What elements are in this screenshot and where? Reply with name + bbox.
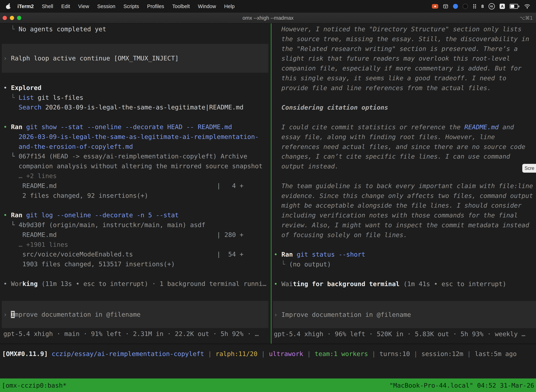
terminal-line: essay file, along with finding root file… xyxy=(272,132,536,142)
terminal-line xyxy=(272,112,536,122)
terminal-line: companion analysis without altering the … xyxy=(0,161,271,171)
screen-share-button[interactable]: Scre xyxy=(522,164,536,173)
dark-app-icon[interactable] xyxy=(463,4,468,9)
ralph-loop-banner: › Ralph loop active continue [OMX_TMUX_I… xyxy=(2,44,268,73)
menu-item-edit[interactable]: Edit xyxy=(57,0,74,13)
terminal-line: the source tree, missing the essay. Stil… xyxy=(272,34,536,44)
menubar-status-icons: 8 61 A xyxy=(432,3,531,9)
menu-bar: iTerm2ShellEditViewSessionScriptsProfile… xyxy=(0,0,536,13)
text-segment: | xyxy=(261,350,269,357)
terminal-line: provide file and line references from th… xyxy=(272,83,536,93)
terminal-line xyxy=(272,93,536,103)
text-segment: gpt-5.4 xhigh · 96% left · 520K in · 5.8… xyxy=(274,330,525,338)
text-segment: • xyxy=(3,123,11,131)
apple-menu-icon[interactable] xyxy=(6,4,11,9)
text-segment: • xyxy=(274,280,281,288)
text-segment: › xyxy=(3,311,11,318)
text-segment: Ran xyxy=(11,211,22,219)
right-status-line: gpt-5.4 xhigh · 96% left · 520K in · 5.8… xyxy=(272,329,536,339)
menu-item-window[interactable]: Window xyxy=(194,0,220,13)
input-source-label: A xyxy=(501,4,503,9)
left-prompt-input[interactable]: › Improve documentation in @filename xyxy=(2,301,268,328)
text-segment: • xyxy=(3,84,11,91)
text-segment: king xyxy=(22,280,38,287)
minimize-button[interactable] xyxy=(10,16,14,20)
text-segment: [OMX#0.11.9] xyxy=(2,350,52,357)
battery-body xyxy=(510,4,518,9)
text-segment: ting for background terminal xyxy=(293,280,400,288)
terminal-line xyxy=(0,112,271,122)
recording-dot-icon xyxy=(434,6,436,7)
terminal-line: output instead. xyxy=(272,161,536,171)
menu-item-toolbelt[interactable]: Toolbelt xyxy=(168,0,194,13)
terminal-line: might be acceptable alongside the file l… xyxy=(272,201,536,210)
terminal-line xyxy=(272,240,536,250)
text-segment: mprove documentation in @filename xyxy=(15,311,140,318)
terminal-pane-right[interactable]: However, I noticed the "Directory Struct… xyxy=(272,23,536,344)
tmux-window-label[interactable]: [omx-cczip0:bash* xyxy=(2,382,67,389)
menu-item-session[interactable]: Session xyxy=(93,0,120,13)
menu-item-profiles[interactable]: Profiles xyxy=(143,0,168,13)
window-grid-icon[interactable] xyxy=(443,4,448,9)
wifi-icon[interactable] xyxy=(524,4,530,9)
text-segment: review. Also, I might want to inspect th… xyxy=(274,221,529,229)
text-segment: might be acceptable alongside the file l… xyxy=(274,202,522,209)
text-segment: ralph:11/20 xyxy=(215,350,261,357)
tmux-status-bar: [omx-cczip0:bash* "MacBook-Pro-44.local"… xyxy=(0,378,536,392)
terminal-line: references need actual files, and since … xyxy=(272,142,536,152)
text-segment: › xyxy=(3,55,11,62)
menu-item-iterm2[interactable]: iTerm2 xyxy=(13,0,38,13)
dots-grid-icon[interactable] xyxy=(473,4,477,9)
terminal-line: of focusing solely on file lines. xyxy=(272,230,536,240)
digit-8-icon[interactable]: 8 xyxy=(481,4,484,9)
terminal-line: slight risk that future readers may over… xyxy=(272,54,536,63)
terminal-pane-left[interactable]: └ No agents completed yet › Ralph loop a… xyxy=(0,23,271,344)
battery-icon[interactable] xyxy=(510,4,519,9)
screen-recording-indicator[interactable] xyxy=(432,4,438,9)
gauge-61-icon[interactable]: 61 xyxy=(488,3,495,9)
text-segment: However, I noticed the "Directory Struct… xyxy=(274,25,522,33)
menu-item-shell[interactable]: Shell xyxy=(38,0,57,13)
text-segment: 1903 files changed, 513517 insertions(+) xyxy=(3,261,175,268)
terminal-line: … +2 lines xyxy=(0,171,271,181)
terminal-line: However, I noticed the "Directory Struct… xyxy=(272,24,536,34)
menu-item-view[interactable]: View xyxy=(74,0,93,13)
text-segment: companion file, especially if more comme… xyxy=(274,65,522,72)
text-segment: 2026-03-09-is-legal-the-same-as-legitima… xyxy=(3,133,259,140)
terminal-line: 2026-03-09-is-legal-the-same-as-legitima… xyxy=(0,132,271,142)
terminal-line xyxy=(272,171,536,181)
right-prompt-input[interactable]: › Improve documentation in @filename xyxy=(273,301,536,328)
zoom-button[interactable] xyxy=(17,16,21,20)
terminal-line: I could cite commit statistics or refere… xyxy=(272,122,536,132)
text-segment: Ran xyxy=(11,123,22,131)
text-segment: Explored xyxy=(11,84,41,91)
terminal-line: and-the-erosion-of-copyleft.md xyxy=(0,142,271,152)
terminal-line xyxy=(272,269,536,279)
close-button[interactable] xyxy=(3,16,7,20)
menu-item-help[interactable]: Help xyxy=(220,0,239,13)
text-segment: this single essay, it seems like a good … xyxy=(274,75,506,82)
menu-item-scripts[interactable]: Scripts xyxy=(120,0,143,13)
gauge-value: 61 xyxy=(490,5,493,8)
window-title-bar: omx --xhigh --madmax ⌥⌘1 xyxy=(0,13,536,23)
text-segment: essay file, along with finding root file… xyxy=(274,133,495,140)
window-shortcut-badge: ⌥⌘1 xyxy=(520,15,533,21)
text-segment: Ralph loop active continue [OMX_TMUX_INJ… xyxy=(11,55,179,62)
text-segment: I xyxy=(11,311,15,318)
terminal-line: └ 4b9d30f (origin/main, instructkr/main,… xyxy=(0,220,271,230)
blue-app-icon[interactable] xyxy=(453,4,458,9)
right-scrollback: However, I noticed the "Directory Struct… xyxy=(272,24,536,289)
terminal-line: └ 067f154 (HEAD -> essay/ai-reimplementa… xyxy=(0,151,271,161)
terminal-line: src/voice/voiceModeEnabled.ts | 54 + xyxy=(0,249,271,259)
text-segment: src/voice/voiceModeEnabled.ts | 54 + xyxy=(3,251,243,258)
input-source-a-icon[interactable]: A xyxy=(500,4,505,9)
text-segment: references need actual files, and since … xyxy=(274,143,525,150)
text-segment: git status --short xyxy=(293,251,365,258)
text-segment: Considering citation options xyxy=(274,104,388,111)
terminal-line: • Working (11m 13s • esc to interrupt) ·… xyxy=(0,279,271,289)
text-segment: • xyxy=(274,251,281,258)
text-segment: | xyxy=(372,350,379,357)
text-segment: └ xyxy=(3,25,19,33)
text-segment: README.md | 280 + xyxy=(3,231,243,238)
text-segment: git ls-files xyxy=(34,94,83,101)
